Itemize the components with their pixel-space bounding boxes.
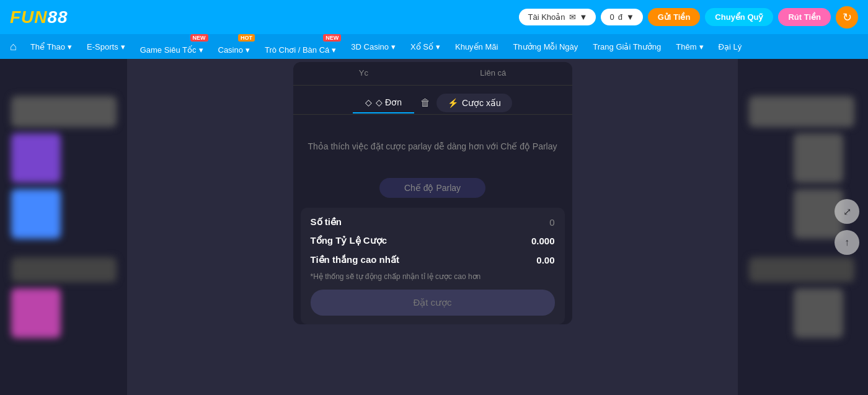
tab-don[interactable]: ◇ ◇ Đơn — [353, 92, 414, 113]
nav-item-casino[interactable]: HOT Casino ▾ — [212, 37, 256, 57]
nav-item-the-thao[interactable]: Thể Thao ▾ — [24, 40, 78, 54]
tong-ty-le-row: Tổng Tỷ Lệ Cược 0.000 — [311, 235, 555, 246]
cuoc-xau-icon: ⚡ — [448, 98, 458, 108]
blur-decoration-3 — [11, 189, 61, 239]
header-controls: Tài Khoản ✉ ▼ 0 đ ▼ Gửi Tiền Chuyển Quỹ … — [519, 6, 858, 29]
nav-item-trang-giai-thuong[interactable]: Trang Giải Thưởng — [587, 40, 667, 54]
home-nav-button[interactable]: ⌂ — [5, 38, 22, 56]
right-blur-decoration-5 — [794, 288, 843, 338]
currency-symbol: đ — [618, 12, 622, 22]
trash-button[interactable]: 🗑 — [414, 92, 436, 114]
right-blur-decoration-1 — [749, 96, 854, 127]
nav-item-tro-choi[interactable]: NEW Trò Chơi / Bàn Cá ▾ — [259, 37, 342, 57]
tab-cuoc-xau[interactable]: ⚡ Cược xấu — [436, 94, 512, 112]
new-badge: NEW — [190, 34, 208, 42]
tien-thang-label: Tiền thắng cao nhất — [311, 254, 399, 266]
bet-card-tabs: ◇ ◇ Đơn 🗑 ⚡ Cược xấu — [293, 86, 572, 115]
balance-chevron-icon: ▼ — [626, 12, 634, 22]
nav-item-3d-casino[interactable]: 3D Casino ▾ — [345, 40, 402, 54]
hot-badge: HOT — [238, 34, 255, 42]
parlay-button-area: Chế độ Parlay — [293, 178, 572, 208]
navbar: ⌂ Thể Thao ▾ E-Sports ▾ NEW Game Siêu Tố… — [0, 34, 868, 59]
so-tien-section: Số tiền 0 Tổng Tỷ Lệ Cược 0.000 Tiền thắ… — [301, 208, 565, 324]
gui-tien-button[interactable]: Gửi Tiền — [648, 8, 701, 26]
scroll-up-button[interactable]: ↑ — [835, 230, 859, 255]
top-item-lien-ca[interactable]: Liên cá — [475, 66, 511, 81]
nav-item-them[interactable]: Thêm ▾ — [670, 40, 709, 54]
trash-icon: 🗑 — [420, 97, 430, 109]
auto-accept-note: *Hệ thống sẽ tự động chấp nhận tỉ lệ cượ… — [311, 272, 555, 281]
left-sidebar — [0, 59, 127, 395]
cuoc-xau-label: Cược xấu — [462, 98, 501, 108]
new-badge: NEW — [323, 34, 341, 42]
chevron-icon: ▾ — [436, 42, 440, 51]
don-label: ◇ Đơn — [376, 97, 402, 107]
chevron-icon: ▾ — [391, 42, 396, 51]
top-item-yc[interactable]: Yc — [354, 66, 373, 81]
tien-thang-value: 0.00 — [536, 255, 554, 265]
so-tien-label: Số tiền — [311, 216, 342, 228]
parlay-mode-button[interactable]: Chế độ Parlay — [379, 178, 485, 198]
nav-item-game-sieu-toc[interactable]: NEW Game Siêu Tốc ▾ — [134, 37, 210, 57]
chevron-icon: ▾ — [68, 42, 72, 51]
balance-value: 0 — [609, 12, 614, 22]
chevron-icon: ▾ — [246, 45, 250, 55]
expand-button[interactable]: ⤢ — [835, 199, 859, 224]
tien-thang-row: Tiền thắng cao nhất 0.00 — [311, 254, 555, 266]
right-blur-decoration-2 — [794, 133, 843, 183]
header: FUN88 Tài Khoản ✉ ▼ 0 đ ▼ Gửi Tiền Chuyể… — [0, 0, 868, 34]
main-area: Yc Liên cá ◇ ◇ Đơn 🗑 ⚡ Cược xấu Thỏ — [0, 59, 868, 395]
account-dropdown[interactable]: Tài Khoản ✉ ▼ — [519, 9, 596, 25]
chevron-icon: ▾ — [332, 45, 336, 55]
blur-decoration-2 — [11, 133, 61, 183]
nav-item-xo-so[interactable]: Xổ Số ▾ — [404, 40, 446, 54]
chevron-icon: ▾ — [199, 45, 203, 55]
rut-tien-button[interactable]: Rút Tiền — [778, 8, 831, 26]
chuyen-quy-button[interactable]: Chuyển Quỹ — [705, 8, 773, 26]
bet-card: Yc Liên cá ◇ ◇ Đơn 🗑 ⚡ Cược xấu Thỏ — [293, 62, 572, 324]
so-tien-row: Số tiền 0 — [311, 216, 555, 228]
nav-item-esports[interactable]: E-Sports ▾ — [81, 40, 131, 54]
dat-cuoc-button[interactable]: Đặt cược — [311, 290, 555, 316]
center-panel: Yc Liên cá ◇ ◇ Đơn 🗑 ⚡ Cược xấu Thỏ — [127, 59, 738, 395]
scroll-buttons: ⤢ ↑ — [835, 199, 859, 255]
right-blur-decoration-4 — [749, 257, 854, 282]
nav-item-thuong-moi-ngay[interactable]: Thưởng Mỗi Ngày — [507, 40, 584, 54]
don-icon: ◇ — [365, 97, 372, 107]
blur-decoration-4 — [11, 257, 117, 282]
account-label: Tài Khoản — [528, 12, 565, 22]
bet-card-top-row: Yc Liên cá — [293, 62, 572, 86]
chevron-icon: ▾ — [121, 42, 125, 51]
tong-ty-le-label: Tổng Tỷ Lệ Cược — [311, 235, 388, 246]
chevron-icon: ▾ — [699, 42, 704, 51]
expand-icon: ⤢ — [843, 206, 851, 218]
parlay-message: Thỏa thích việc đặt cược parlay dễ dàng … — [293, 115, 572, 178]
blur-decoration-1 — [11, 96, 117, 127]
refresh-icon: ↻ — [843, 11, 852, 24]
balance-dropdown[interactable]: 0 đ ▼ — [601, 9, 642, 25]
so-tien-value: 0 — [549, 217, 554, 228]
nav-item-khuyen-mai[interactable]: Khuyến Mãi — [449, 40, 504, 54]
nav-item-dai-ly[interactable]: Đại Lý — [712, 40, 748, 54]
account-chevron-icon: ▼ — [580, 12, 588, 22]
refresh-icon-button[interactable]: ↻ — [836, 6, 858, 29]
tong-ty-le-value: 0.000 — [531, 236, 555, 246]
blur-decoration-5 — [11, 288, 61, 338]
logo: FUN88 — [10, 7, 68, 27]
account-icon: ✉ — [569, 12, 576, 22]
up-arrow-icon: ↑ — [844, 237, 849, 248]
